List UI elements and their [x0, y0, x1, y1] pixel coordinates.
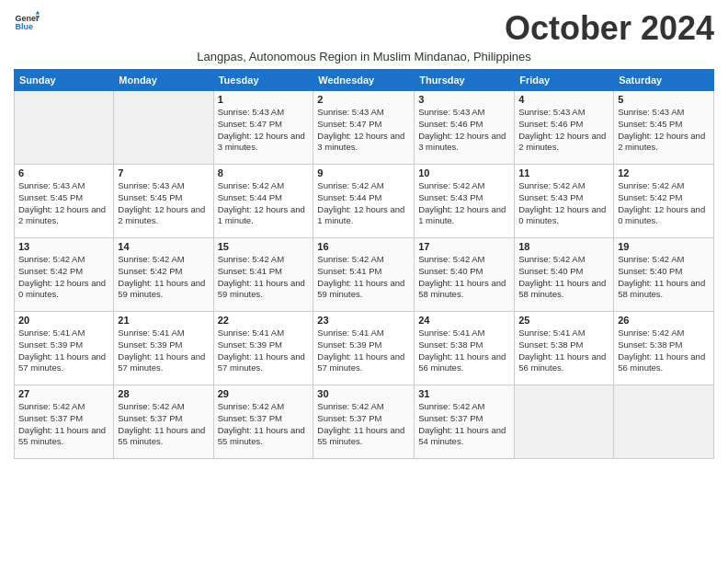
day-info: Sunrise: 5:42 AMSunset: 5:37 PMDaylight:… — [218, 401, 310, 448]
day-info: Sunrise: 5:42 AMSunset: 5:40 PMDaylight:… — [618, 254, 710, 301]
calendar-cell: 25Sunrise: 5:41 AMSunset: 5:38 PMDayligh… — [515, 312, 614, 385]
day-number: 10 — [418, 167, 510, 178]
day-header-monday: Monday — [114, 70, 213, 91]
day-number: 21 — [118, 315, 209, 326]
calendar-cell: 20Sunrise: 5:41 AMSunset: 5:39 PMDayligh… — [15, 312, 114, 385]
day-info: Sunrise: 5:42 AMSunset: 5:40 PMDaylight:… — [418, 254, 510, 301]
day-header-tuesday: Tuesday — [213, 70, 313, 91]
day-info: Sunrise: 5:42 AMSunset: 5:37 PMDaylight:… — [317, 401, 410, 448]
day-number: 12 — [618, 167, 710, 178]
calendar-cell: 29Sunrise: 5:42 AMSunset: 5:37 PMDayligh… — [213, 385, 313, 459]
day-number: 27 — [18, 388, 109, 399]
day-number: 6 — [18, 167, 109, 178]
day-info: Sunrise: 5:42 AMSunset: 5:43 PMDaylight:… — [418, 180, 510, 227]
calendar-cell: 28Sunrise: 5:42 AMSunset: 5:37 PMDayligh… — [114, 385, 213, 459]
calendar-cell: 18Sunrise: 5:42 AMSunset: 5:40 PMDayligh… — [515, 238, 614, 312]
week-row-3: 13Sunrise: 5:42 AMSunset: 5:42 PMDayligh… — [15, 238, 714, 312]
day-number: 5 — [618, 94, 710, 105]
day-info: Sunrise: 5:42 AMSunset: 5:41 PMDaylight:… — [317, 254, 410, 301]
subtitle: Langpas, Autonomous Region in Muslim Min… — [14, 50, 714, 63]
day-info: Sunrise: 5:42 AMSunset: 5:43 PMDaylight:… — [518, 180, 609, 227]
day-header-saturday: Saturday — [614, 70, 714, 91]
svg-text:Blue: Blue — [15, 22, 33, 31]
day-info: Sunrise: 5:43 AMSunset: 5:47 PMDaylight:… — [317, 107, 410, 154]
day-header-sunday: Sunday — [15, 70, 114, 91]
day-info: Sunrise: 5:42 AMSunset: 5:37 PMDaylight:… — [18, 401, 109, 448]
day-number: 16 — [317, 241, 410, 252]
day-number: 8 — [218, 167, 310, 178]
calendar-cell: 27Sunrise: 5:42 AMSunset: 5:37 PMDayligh… — [15, 385, 114, 459]
calendar-cell: 11Sunrise: 5:42 AMSunset: 5:43 PMDayligh… — [515, 165, 614, 238]
day-info: Sunrise: 5:42 AMSunset: 5:37 PMDaylight:… — [118, 401, 209, 448]
day-info: Sunrise: 5:42 AMSunset: 5:40 PMDaylight:… — [518, 254, 609, 301]
calendar-cell: 6Sunrise: 5:43 AMSunset: 5:45 PMDaylight… — [15, 165, 114, 238]
day-info: Sunrise: 5:41 AMSunset: 5:39 PMDaylight:… — [218, 327, 310, 374]
svg-text:General: General — [15, 14, 40, 23]
day-number: 4 — [518, 94, 609, 105]
calendar-cell: 4Sunrise: 5:43 AMSunset: 5:46 PMDaylight… — [515, 91, 614, 165]
calendar-cell: 17Sunrise: 5:42 AMSunset: 5:40 PMDayligh… — [415, 238, 515, 312]
day-number: 31 — [418, 388, 510, 399]
calendar-cell: 21Sunrise: 5:41 AMSunset: 5:39 PMDayligh… — [114, 312, 213, 385]
day-number: 28 — [118, 388, 209, 399]
day-number: 26 — [618, 315, 710, 326]
day-info: Sunrise: 5:41 AMSunset: 5:39 PMDaylight:… — [18, 327, 109, 374]
day-number: 25 — [518, 315, 609, 326]
calendar-cell: 10Sunrise: 5:42 AMSunset: 5:43 PMDayligh… — [415, 165, 515, 238]
calendar-cell — [515, 385, 614, 459]
day-info: Sunrise: 5:41 AMSunset: 5:38 PMDaylight:… — [518, 327, 609, 374]
calendar-cell — [15, 91, 114, 165]
calendar-cell — [614, 385, 714, 459]
day-info: Sunrise: 5:42 AMSunset: 5:41 PMDaylight:… — [218, 254, 310, 301]
day-number: 20 — [18, 315, 109, 326]
day-info: Sunrise: 5:41 AMSunset: 5:39 PMDaylight:… — [317, 327, 410, 374]
day-info: Sunrise: 5:42 AMSunset: 5:37 PMDaylight:… — [418, 401, 510, 448]
calendar-cell: 22Sunrise: 5:41 AMSunset: 5:39 PMDayligh… — [213, 312, 313, 385]
calendar-cell: 12Sunrise: 5:42 AMSunset: 5:42 PMDayligh… — [614, 165, 714, 238]
day-info: Sunrise: 5:42 AMSunset: 5:42 PMDaylight:… — [618, 180, 710, 227]
day-number: 29 — [218, 388, 310, 399]
day-info: Sunrise: 5:43 AMSunset: 5:47 PMDaylight:… — [218, 107, 310, 154]
calendar-cell: 30Sunrise: 5:42 AMSunset: 5:37 PMDayligh… — [313, 385, 415, 459]
day-number: 24 — [418, 315, 510, 326]
day-number: 18 — [518, 241, 609, 252]
day-number: 3 — [418, 94, 510, 105]
day-number: 22 — [218, 315, 310, 326]
day-info: Sunrise: 5:43 AMSunset: 5:45 PMDaylight:… — [18, 180, 109, 227]
calendar-cell: 8Sunrise: 5:42 AMSunset: 5:44 PMDaylight… — [213, 165, 313, 238]
day-header-wednesday: Wednesday — [313, 70, 415, 91]
calendar-cell: 24Sunrise: 5:41 AMSunset: 5:38 PMDayligh… — [415, 312, 515, 385]
day-number: 14 — [118, 241, 209, 252]
day-info: Sunrise: 5:43 AMSunset: 5:46 PMDaylight:… — [418, 107, 510, 154]
calendar-table: SundayMondayTuesdayWednesdayThursdayFrid… — [14, 69, 714, 459]
logo: General Blue — [14, 9, 40, 35]
day-info: Sunrise: 5:42 AMSunset: 5:42 PMDaylight:… — [18, 254, 109, 301]
calendar-cell: 5Sunrise: 5:43 AMSunset: 5:45 PMDaylight… — [614, 91, 714, 165]
day-number: 23 — [317, 315, 410, 326]
day-info: Sunrise: 5:43 AMSunset: 5:45 PMDaylight:… — [118, 180, 209, 227]
week-row-5: 27Sunrise: 5:42 AMSunset: 5:37 PMDayligh… — [15, 385, 714, 459]
calendar-cell — [114, 91, 213, 165]
logo-icon: General Blue — [14, 9, 40, 35]
calendar-cell: 9Sunrise: 5:42 AMSunset: 5:44 PMDaylight… — [313, 165, 415, 238]
day-number: 2 — [317, 94, 410, 105]
calendar-cell: 14Sunrise: 5:42 AMSunset: 5:42 PMDayligh… — [114, 238, 213, 312]
day-info: Sunrise: 5:42 AMSunset: 5:38 PMDaylight:… — [618, 327, 710, 374]
day-number: 17 — [418, 241, 510, 252]
day-info: Sunrise: 5:43 AMSunset: 5:45 PMDaylight:… — [618, 107, 710, 154]
day-info: Sunrise: 5:42 AMSunset: 5:44 PMDaylight:… — [218, 180, 310, 227]
days-header-row: SundayMondayTuesdayWednesdayThursdayFrid… — [15, 70, 714, 91]
week-row-1: 1Sunrise: 5:43 AMSunset: 5:47 PMDaylight… — [15, 91, 714, 165]
day-info: Sunrise: 5:41 AMSunset: 5:38 PMDaylight:… — [418, 327, 510, 374]
calendar-cell: 23Sunrise: 5:41 AMSunset: 5:39 PMDayligh… — [313, 312, 415, 385]
calendar-cell: 15Sunrise: 5:42 AMSunset: 5:41 PMDayligh… — [213, 238, 313, 312]
day-info: Sunrise: 5:42 AMSunset: 5:42 PMDaylight:… — [118, 254, 209, 301]
week-row-2: 6Sunrise: 5:43 AMSunset: 5:45 PMDaylight… — [15, 165, 714, 238]
day-number: 7 — [118, 167, 209, 178]
day-number: 13 — [18, 241, 109, 252]
header: General Blue October 2024 — [14, 9, 714, 48]
week-row-4: 20Sunrise: 5:41 AMSunset: 5:39 PMDayligh… — [15, 312, 714, 385]
calendar-cell: 2Sunrise: 5:43 AMSunset: 5:47 PMDaylight… — [313, 91, 415, 165]
day-header-thursday: Thursday — [415, 70, 515, 91]
day-number: 9 — [317, 167, 410, 178]
